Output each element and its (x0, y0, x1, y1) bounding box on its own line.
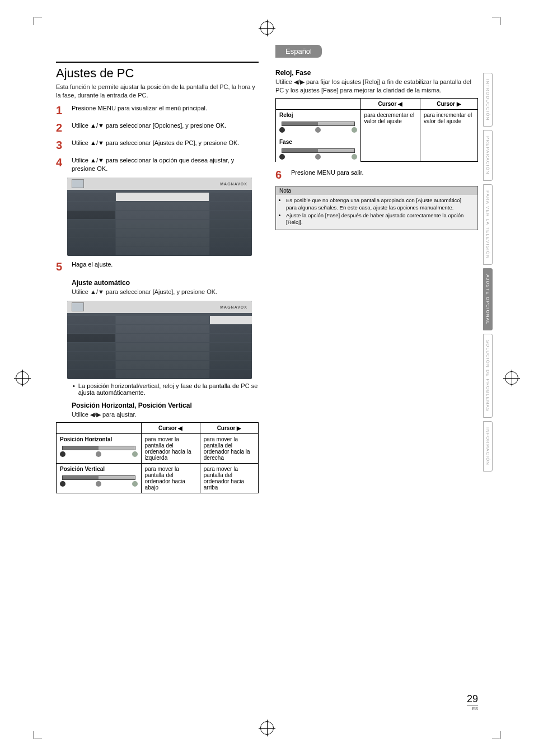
cell-reloj-right: para incrementar el valor del ajuste (420, 109, 477, 162)
cell-pos-v-right: para mover la pantalla del ordenador hac… (200, 464, 258, 493)
cell-reloj-left: para decrementar el valor del ajuste (360, 109, 420, 162)
page-lang: ES (467, 706, 478, 711)
position-text: Utilice ◀/▶ para ajustar. (72, 410, 259, 419)
slider-vertical (60, 475, 138, 487)
language-tab: Español (275, 45, 322, 58)
brand-logo: MAGNAVOX (220, 305, 247, 309)
reloj-fase-table: Cursor ◀ Cursor ▶ Reloj Fase (275, 98, 478, 162)
step-2-text: Utilice ▲/▼ para seleccionar [Opciones],… (72, 122, 259, 130)
slider-reloj (279, 122, 357, 133)
note-box: Nota Es posible que no obtenga una panta… (275, 186, 478, 230)
tab-informacion[interactable]: INFORMACIÓN (483, 421, 493, 472)
step-1-text: Presione MENU para visualizar el menú pr… (72, 104, 259, 113)
slider-fase (279, 148, 357, 160)
row-reloj-label: Reloj (279, 112, 293, 118)
registration-mark-icon (260, 721, 274, 735)
step-number: 3 (56, 139, 66, 152)
th-cursor-right: Cursor ▶ (200, 423, 258, 434)
registration-mark-icon (505, 371, 518, 385)
step-number: 5 (56, 260, 66, 273)
th-cursor-right: Cursor ▶ (420, 98, 477, 109)
menu-screenshot-2: MAGNAVOX (67, 301, 252, 379)
tab-ajuste-opcional[interactable]: AJUSTE OPCIONAL (483, 268, 493, 330)
th-cursor-left: Cursor ◀ (360, 98, 420, 109)
crop-mark (34, 17, 42, 25)
brand-logo: MAGNAVOX (220, 182, 247, 186)
auto-adjust-heading: Ajuste automático (72, 279, 259, 287)
tab-solucion-problemas[interactable]: SOLUCIÓN DE PROBLEMAS (483, 334, 493, 418)
menu-screenshot-1: MAGNAVOX (67, 178, 252, 256)
page-content: INTRODUCCIÓN PREPARACIÓN PARA VER LA TEL… (56, 45, 478, 711)
tv-icon (72, 302, 84, 311)
crop-mark (492, 731, 500, 739)
note-item-1: Es posible que no obtenga una pantalla a… (286, 197, 473, 211)
row-pos-h-label: Posición Horizontal (60, 436, 112, 442)
page-number: 29 (467, 693, 478, 706)
row-fase-label: Fase (279, 139, 292, 145)
steps-list: 1 Presione MENU para visualizar el menú … (56, 104, 259, 174)
step-number: 1 (56, 104, 66, 117)
step-number: 2 (56, 122, 66, 134)
intro-text: Esta función le permite ajustar la posic… (56, 83, 259, 100)
registration-mark-icon (16, 371, 29, 385)
step-number: 4 (56, 156, 66, 169)
left-column: Ajustes de PC Esta función le permite aj… (56, 45, 259, 493)
cell-pos-h-right: para mover la pantalla del ordenador hac… (200, 434, 258, 464)
row-pos-v-label: Posición Vertical (60, 466, 105, 472)
th-cursor-left: Cursor ◀ (141, 423, 200, 434)
slider-horizontal (60, 446, 138, 457)
tab-ver-tv[interactable]: PARA VER LA TELEVISIÓN (483, 184, 493, 265)
right-column: Español Reloj, Fase Utilice ◀/▶ para fij… (275, 45, 478, 493)
page-number-block: 29 ES (467, 693, 478, 711)
side-tabs: INTRODUCCIÓN PREPARACIÓN PARA VER LA TEL… (483, 73, 493, 472)
page-title: Ajustes de PC (56, 62, 259, 81)
note-title: Nota (276, 186, 477, 195)
crop-mark (34, 731, 42, 739)
steps-list-3: 6 Presione MENU para salir. (275, 169, 478, 181)
reloj-fase-text: Utilice ◀/▶ para fijar los ajustes [Relo… (275, 78, 478, 95)
reloj-fase-heading: Reloj, Fase (275, 69, 478, 77)
crop-mark (492, 17, 500, 25)
tv-icon (72, 179, 84, 188)
auto-adjust-text: Utilice ▲/▼ para seleccionar [Ajuste], y… (72, 288, 259, 296)
note-item-2: Ajuste la opción [Fase] después de haber… (286, 212, 473, 226)
position-table: Cursor ◀ Cursor ▶ Posición Horizontal pa… (56, 422, 259, 493)
position-heading: Posición Horizontal, Posición Vertical (72, 402, 259, 409)
step-6-text: Presione MENU para salir. (291, 169, 478, 177)
step-3-text: Utilice ▲/▼ para seleccionar [Ajustes de… (72, 139, 259, 147)
steps-list-2: 5 Haga el ajuste. (56, 260, 259, 273)
step-4-text: Utilice ▲/▼ para seleccionar la opción q… (72, 156, 259, 174)
tab-preparacion[interactable]: PREPARACIÓN (483, 130, 493, 181)
tab-introduccion[interactable]: INTRODUCCIÓN (483, 73, 493, 127)
cell-pos-h-left: para mover la pantalla del ordenador hac… (141, 434, 200, 464)
cell-pos-v-left: para mover la pantalla del ordenador hac… (141, 464, 200, 493)
step-5-text: Haga el ajuste. (72, 260, 259, 269)
registration-mark-icon (260, 21, 274, 35)
auto-adjust-bullet: La posición horizontal/vertical, reloj y… (73, 382, 259, 396)
step-number: 6 (275, 169, 285, 181)
